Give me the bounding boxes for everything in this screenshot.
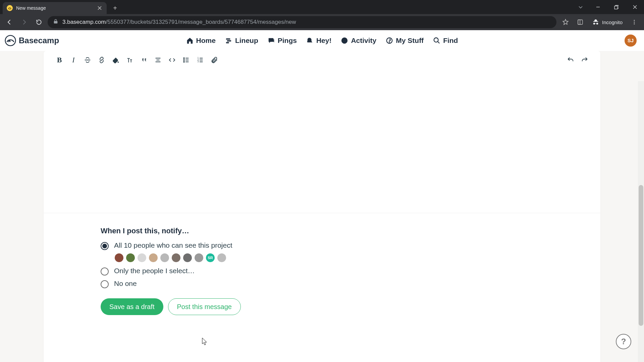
help-icon: ? xyxy=(621,337,626,346)
basecamp-logo-icon xyxy=(5,35,16,46)
svg-point-16 xyxy=(183,61,184,62)
brand[interactable]: Basecamp xyxy=(5,35,59,46)
reload-button[interactable] xyxy=(33,16,45,28)
nav-label: Activity xyxy=(351,37,376,45)
forward-button[interactable] xyxy=(18,16,30,28)
attachment-button[interactable] xyxy=(207,53,221,67)
redo-button[interactable] xyxy=(578,53,592,67)
editor-toolbar: B I 123 xyxy=(44,51,600,69)
number-list-button[interactable]: 123 xyxy=(193,53,207,67)
activity-icon xyxy=(341,37,348,44)
svg-point-15 xyxy=(183,60,184,61)
browser-menu-icon[interactable] xyxy=(628,16,641,28)
radio-icon xyxy=(101,280,109,288)
svg-text:3: 3 xyxy=(198,60,199,63)
notify-heading: When I post this, notify… xyxy=(101,227,543,235)
nav-hey[interactable]: Hey! xyxy=(306,37,332,45)
svg-point-13 xyxy=(118,62,119,63)
person-avatar xyxy=(114,253,124,263)
nav-home[interactable]: Home xyxy=(186,37,216,45)
new-tab-button[interactable]: + xyxy=(110,3,120,13)
radio-icon xyxy=(101,267,109,276)
italic-button[interactable]: I xyxy=(66,53,80,67)
link-button[interactable] xyxy=(95,53,109,67)
close-window-button[interactable] xyxy=(626,0,644,14)
maximize-button[interactable] xyxy=(607,0,626,14)
nav-pings[interactable]: Pings xyxy=(268,37,297,45)
nav-label: Home xyxy=(196,37,216,45)
person-avatar xyxy=(182,253,193,263)
person-avatar xyxy=(171,253,181,263)
avatar-initials: SJ xyxy=(628,38,634,43)
strikethrough-button[interactable] xyxy=(80,53,95,67)
tab-search-icon[interactable] xyxy=(573,0,589,14)
bullet-list-button[interactable] xyxy=(179,53,193,67)
minimize-button[interactable] xyxy=(589,0,607,14)
person-avatar xyxy=(160,253,170,263)
window-controls xyxy=(573,0,644,14)
close-tab-icon[interactable] xyxy=(97,5,103,11)
message-body-editor[interactable] xyxy=(44,69,600,213)
svg-rect-1 xyxy=(578,20,583,24)
nav-label: My Stuff xyxy=(396,37,424,45)
save-draft-button[interactable]: Save as a draft xyxy=(101,298,163,315)
nav-items: Home Lineup Pings Hey! Activity My Stuff… xyxy=(186,37,458,45)
notify-option-none[interactable]: No one xyxy=(101,280,543,288)
quote-button[interactable] xyxy=(137,53,151,67)
nav-label: Find xyxy=(443,37,458,45)
address-bar[interactable]: 3.basecamp.com/5550377/buckets/31325791/… xyxy=(48,16,556,28)
extensions-icon[interactable] xyxy=(574,16,587,28)
help-button[interactable]: ? xyxy=(616,334,631,349)
svg-rect-0 xyxy=(614,6,618,9)
person-avatar xyxy=(217,253,227,263)
person-avatar xyxy=(125,253,136,263)
heading-button[interactable] xyxy=(123,53,137,67)
align-button[interactable] xyxy=(151,53,165,67)
hey-icon xyxy=(306,37,314,44)
incognito-label: Incognito xyxy=(602,19,623,25)
browser-tab[interactable]: New message xyxy=(3,2,107,14)
lock-icon xyxy=(53,19,58,25)
vertical-scrollbar[interactable] xyxy=(638,81,644,362)
svg-rect-9 xyxy=(226,42,229,43)
radio-icon xyxy=(101,242,109,250)
notify-option-all[interactable]: All 10 people who can see this project S… xyxy=(101,241,543,263)
bookmark-icon[interactable] xyxy=(559,16,572,28)
url-text: 3.basecamp.com/5550377/buckets/31325791/… xyxy=(62,19,296,25)
bold-button[interactable]: B xyxy=(52,53,66,67)
radio-label: All 10 people who can see this project xyxy=(114,241,232,249)
notify-section: When I post this, notify… All 10 people … xyxy=(44,213,600,325)
radio-label: No one xyxy=(114,280,137,288)
person-avatar xyxy=(148,253,158,263)
post-message-button[interactable]: Post this message xyxy=(168,298,241,315)
search-icon xyxy=(433,37,440,44)
pings-icon xyxy=(268,37,275,44)
nav-mystuff[interactable]: My Stuff xyxy=(386,37,424,45)
mystuff-icon xyxy=(386,37,393,44)
scrollbar-thumb[interactable] xyxy=(639,185,643,326)
tab-title: New message xyxy=(16,5,93,11)
person-avatar: SR xyxy=(205,253,215,263)
svg-rect-8 xyxy=(227,40,231,42)
code-button[interactable] xyxy=(165,53,179,67)
action-row: Save as a draft Post this message xyxy=(101,298,543,315)
tab-strip: New message + xyxy=(0,0,644,14)
page-body: B I 123 When I post this, notify… xyxy=(0,51,644,362)
svg-point-6 xyxy=(5,35,16,46)
color-button[interactable] xyxy=(109,53,123,67)
back-button[interactable] xyxy=(3,16,15,28)
user-avatar[interactable]: SJ xyxy=(625,35,637,47)
radio-label: Only the people I select… xyxy=(114,267,195,275)
undo-button[interactable] xyxy=(564,53,578,67)
browser-chrome: New message + 3.basecamp.com/5550377/buc… xyxy=(0,0,644,30)
nav-find[interactable]: Find xyxy=(433,37,458,45)
nav-activity[interactable]: Activity xyxy=(341,37,376,45)
incognito-badge[interactable]: Incognito xyxy=(589,17,626,27)
notify-option-select[interactable]: Only the people I select… xyxy=(101,267,543,276)
home-icon xyxy=(186,37,194,44)
nav-lineup[interactable]: Lineup xyxy=(225,37,258,45)
brand-name: Basecamp xyxy=(19,36,59,45)
nav-label: Pings xyxy=(278,37,297,45)
svg-point-11 xyxy=(389,42,390,42)
svg-point-12 xyxy=(434,38,438,42)
